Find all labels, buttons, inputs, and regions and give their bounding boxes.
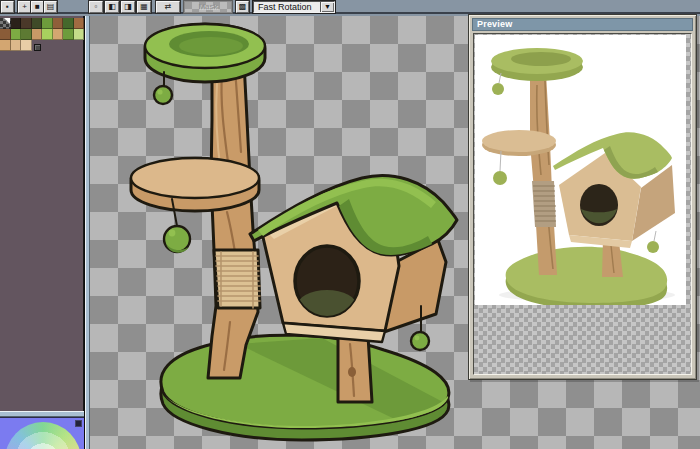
rotation-mode-value: Fast Rotation (258, 2, 312, 12)
app-window: ▪ + ■ ▤ ▫ ◧ ◨ ▦ ⇄ Mask ▩ Fast Rotation ▼ (0, 0, 700, 449)
add-color-icon: + (22, 2, 27, 11)
palette-swatch[interactable] (53, 29, 64, 40)
palette-swatch[interactable] (0, 40, 11, 51)
page-icon: ▫ (95, 2, 98, 11)
palette-swatch[interactable] (11, 40, 22, 51)
house-post (338, 334, 372, 402)
palette-swatch[interactable] (0, 18, 11, 29)
palette-swatch[interactable] (11, 29, 22, 40)
main-post (208, 62, 258, 378)
palette-swatch[interactable] (32, 18, 43, 29)
preview-window: Preview (468, 14, 697, 380)
rotation-mode-select[interactable]: Fast Rotation ▼ (253, 1, 335, 13)
stamp-icon: ▩ (239, 2, 247, 11)
reference-photo (475, 35, 686, 305)
panel-divider-vertical[interactable] (84, 16, 90, 449)
palette-cursor[interactable] (34, 44, 41, 51)
base-platform (157, 335, 462, 440)
grid-button[interactable]: ▦ (137, 1, 151, 13)
palette-swatch[interactable] (63, 18, 74, 29)
solid-swatch-button[interactable]: ■ (31, 1, 44, 13)
palette-swatch[interactable] (21, 40, 32, 51)
wheel-options-button[interactable] (75, 420, 82, 427)
palette-swatch[interactable] (42, 29, 53, 40)
preview-content (473, 33, 692, 375)
palette-swatch[interactable] (63, 29, 74, 40)
lock-icon: ▪ (6, 2, 9, 11)
paste-frame-button[interactable]: ◨ (121, 1, 135, 13)
page-button[interactable]: ▫ (89, 1, 103, 13)
pattern-swatch-icon: ▤ (47, 2, 55, 11)
paste-frame-icon: ◨ (124, 2, 132, 11)
preview-title-label: Preview (477, 19, 512, 29)
grid-icon: ▦ (140, 2, 148, 11)
main-toolbar: ▪ + ■ ▤ ▫ ◧ ◨ ▦ ⇄ Mask ▩ Fast Rotation ▼ (0, 0, 700, 14)
palette-swatch[interactable] (53, 18, 64, 29)
mask-button-label: Mask (198, 2, 217, 11)
palette-swatch[interactable] (74, 18, 85, 29)
palette-swatch[interactable] (74, 29, 85, 40)
mask-button[interactable]: Mask (184, 1, 232, 13)
palette-grid (0, 18, 84, 51)
color-wheel[interactable] (5, 422, 81, 449)
middle-platform (131, 158, 259, 211)
swap-icon: ⇄ (165, 2, 172, 11)
swap-button[interactable]: ⇄ (156, 1, 180, 13)
preview-titlebar[interactable]: Preview (472, 18, 693, 31)
stamp-button[interactable]: ▩ (236, 1, 249, 13)
solid-swatch-icon: ■ (35, 2, 40, 11)
add-color-button[interactable]: + (18, 1, 31, 13)
palette-swatch[interactable] (21, 18, 32, 29)
palette-swatch[interactable] (21, 29, 32, 40)
color-wheel-panel (0, 417, 84, 449)
copy-frame-icon: ◧ (108, 2, 116, 11)
palette-swatch[interactable] (42, 18, 53, 29)
palette-swatch[interactable] (32, 29, 43, 40)
preview-photo (475, 35, 686, 305)
copy-frame-button[interactable]: ◧ (105, 1, 119, 13)
pattern-swatch-button[interactable]: ▤ (44, 1, 57, 13)
palette-swatch[interactable] (0, 29, 11, 40)
palette-panel (0, 16, 84, 411)
rope-scratcher (214, 250, 260, 308)
palette-swatch[interactable] (11, 18, 22, 29)
chevron-down-icon[interactable]: ▼ (320, 2, 334, 12)
lock-button[interactable]: ▪ (1, 1, 14, 13)
